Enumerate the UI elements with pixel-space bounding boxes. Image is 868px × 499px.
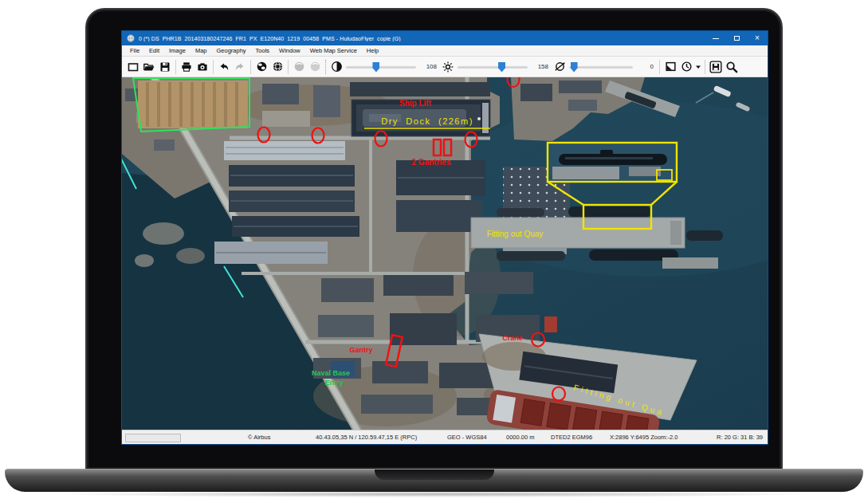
save-button[interactable] (157, 59, 173, 75)
maximize-button[interactable] (726, 31, 747, 45)
toolbar-separator (175, 60, 176, 74)
globe-grid-button[interactable] (269, 59, 285, 75)
toolbar-separator (325, 60, 326, 74)
save-view-button[interactable] (708, 59, 724, 75)
rotation-value: 0 (636, 63, 654, 70)
coordinates-label: 40.43.05,35 N / 120.59.47,15 E (RPC) (316, 434, 417, 441)
titlebar: 0 (*) DS_PHR1B_201403180247246_FR1_PX_E1… (122, 31, 768, 45)
projection-label: GEO - WGS84 (447, 434, 487, 441)
sphere-disabled-2-icon (307, 59, 323, 75)
statusbar: © Airbus 40.43.05,35 N / 120.59.47,15 E … (122, 430, 768, 444)
menu-web-map-service[interactable]: Web Map Service (305, 47, 362, 54)
undo-icon[interactable] (216, 59, 232, 75)
ship-lift-label: Ship Lift (399, 99, 432, 108)
minimize-button[interactable] (705, 31, 726, 45)
app-globe-icon (127, 34, 135, 42)
gantry-label: Gantry (349, 346, 372, 354)
globe-earth-button[interactable] (253, 59, 269, 75)
laptop-base (5, 469, 863, 492)
gantries-label: 2 Gantries (412, 158, 451, 167)
toolbar-separator (213, 60, 214, 74)
menu-window[interactable]: Window (274, 47, 305, 54)
gis-app-window: 0 (*) DS_PHR1B_201403180247246_FR1_PX_E1… (121, 30, 768, 445)
brightness-value: 158 (531, 63, 548, 70)
satellite-map-canvas[interactable]: Ship Lift Dry Dock (226m) 2 Gantries Fit… (122, 77, 768, 430)
toolbar-separator (288, 60, 289, 74)
cursor-position-label: X:2896 Y:6495 Zoom:-2.0 (610, 434, 678, 441)
print-button[interactable] (179, 59, 194, 75)
crane-label: Crane (502, 334, 523, 342)
toolbar-separator (250, 60, 251, 74)
naval-base-label-line1: Naval Base (312, 369, 350, 377)
window-title: 0 (*) DS_PHR1B_201403180247246_FR1_PX_E1… (139, 36, 401, 41)
rotation-slider[interactable] (569, 61, 633, 73)
redo-icon[interactable] (232, 59, 248, 75)
menu-image[interactable]: Image (164, 47, 190, 54)
brightness-slider[interactable] (458, 61, 528, 73)
laptop-shadow (48, 491, 820, 497)
menu-tools[interactable]: Tools (251, 47, 275, 54)
menu-geography[interactable]: Geography (211, 47, 250, 54)
brightness-slider-thumb[interactable] (498, 62, 505, 73)
menu-edit[interactable]: Edit (144, 47, 164, 54)
map-viewport[interactable]: Ship Lift Dry Dock (226m) 2 Gantries Fit… (122, 77, 768, 430)
histogram-clock-button[interactable] (678, 59, 694, 75)
rotation-slider-thumb[interactable] (571, 62, 578, 73)
contrast-slider[interactable] (346, 61, 416, 73)
rotation-icon[interactable] (552, 59, 568, 75)
tan-warehouse (133, 78, 249, 132)
progress-indicator (125, 434, 181, 442)
laptop-lid-notch (375, 470, 494, 480)
fitting-out-quay-label: Fitting out Quay (487, 230, 544, 238)
menubar: File Edit Image Map Geography Tools Wind… (122, 45, 768, 57)
menu-map[interactable]: Map (190, 47, 212, 54)
camera-snapshot-button[interactable] (194, 59, 210, 75)
chevron-down-icon[interactable] (694, 59, 702, 75)
toolbar-separator (705, 60, 705, 74)
sphere-disabled-1-icon (291, 59, 307, 75)
contrast-icon[interactable] (328, 59, 344, 75)
invert-colors-button[interactable] (662, 59, 678, 75)
close-button[interactable]: × (747, 31, 768, 45)
contrast-slider-thumb[interactable] (372, 62, 379, 73)
menu-help[interactable]: Help (362, 47, 383, 54)
new-document-button[interactable] (125, 59, 141, 75)
credit-label: © Airbus (248, 434, 270, 441)
elevation-label: 0000.00 m (506, 434, 534, 441)
toolbar: 108 158 0 (122, 57, 768, 77)
dry-dock-label: Dry Dock (226m) (381, 116, 473, 126)
contrast-value: 108 (419, 63, 437, 70)
laptop-mockup: 0 (*) DS_PHR1B_201403180247246_FR1_PX_E1… (0, 0, 868, 499)
toolbar-separator (659, 60, 660, 74)
menu-file[interactable]: File (125, 47, 144, 54)
naval-base-label-line2: Entry (324, 379, 343, 387)
zoom-magnifier-button[interactable] (724, 59, 740, 75)
datum-label: DTED2 EGM96 (551, 434, 592, 441)
open-folder-button[interactable] (141, 59, 157, 75)
brightness-sun-icon[interactable] (440, 59, 456, 75)
rgb-values-label: R: 20 G: 31 B: 39 (717, 434, 763, 441)
